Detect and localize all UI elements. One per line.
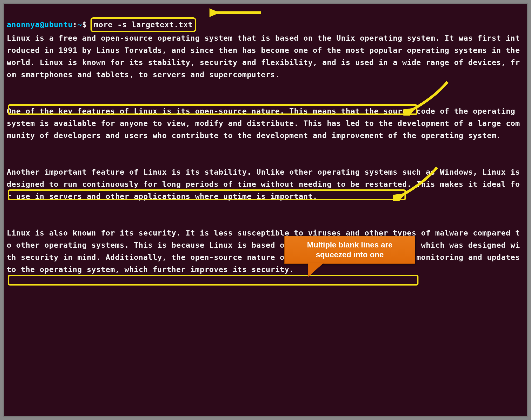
prompt-dollar: $ [82, 20, 87, 29]
entered-command[interactable]: more -s largetext.txt [94, 20, 193, 29]
prompt-line: anonnya@ubuntu:~$ more -s largetext.txt [7, 20, 196, 29]
prompt-user: anonnya [7, 20, 40, 29]
callout-tail-icon [308, 262, 324, 277]
blank-line-highlight-1 [8, 104, 417, 115]
prompt-host: ubuntu [44, 20, 73, 29]
callout-text-line1: Multiple blank lines are [288, 240, 412, 250]
command-highlight-box: more -s largetext.txt [90, 17, 196, 32]
prompt-sep: : [73, 20, 77, 29]
blank-line-highlight-2 [8, 189, 406, 200]
annotation-callout: Multiple blank lines are squeezed into o… [284, 236, 415, 264]
prompt-path: ~ [77, 20, 82, 29]
output-paragraph-4: Linux is also known for its security. It… [7, 227, 524, 276]
blank-line-highlight-3 [8, 275, 418, 286]
terminal-output[interactable]: anonnya@ubuntu:~$ more -s largetext.txt … [4, 4, 527, 416]
output-paragraph-1: Linux is a free and open-source operatin… [7, 32, 524, 81]
terminal-window: anonnya@ubuntu:~$ more -s largetext.txt … [3, 3, 528, 417]
prompt-at: @ [40, 20, 44, 29]
callout-text-line2: squeezed into one [288, 250, 412, 260]
